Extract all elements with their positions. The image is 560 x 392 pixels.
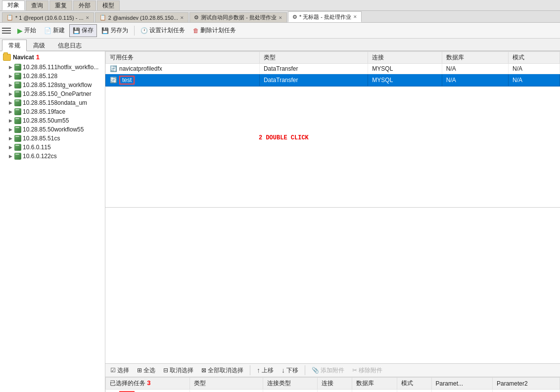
arrow-up-icon: ↑ — [257, 366, 260, 374]
task-row-1[interactable]: 🔄 navicatprofiledfx DataTransfer MYSQL N… — [106, 64, 560, 74]
close-icon-3[interactable]: ✕ — [279, 15, 282, 20]
doc-tab-3[interactable]: ⚙ 测试自动同步数据 - 批处理作业 ✕ — [189, 12, 287, 22]
expand-arrow-9: ▶ — [8, 136, 13, 141]
tab-model[interactable]: 模型 — [97, 0, 120, 10]
schedule-button[interactable]: 🕐 设置计划任务 — [137, 24, 188, 37]
expand-arrow-2: ▶ — [8, 74, 13, 79]
new-icon: 📄 — [44, 27, 51, 34]
select-all-icon: ⊞ — [137, 367, 142, 374]
deselect-icon: ⊟ — [163, 367, 168, 374]
db-icon-2 — [14, 73, 21, 80]
col-type: 类型 — [259, 52, 368, 64]
start-button[interactable]: ▶ 开始 — [14, 24, 40, 37]
selected-tasks-container: 已选择的任务 3 类型 连接类型 连接 数据库 模式 Paramet... Pa… — [105, 377, 560, 392]
add-attachment-icon: 📎 — [312, 367, 319, 374]
deselect-btn[interactable]: ⊟ 取消选择 — [160, 365, 196, 376]
tab-advanced[interactable]: 高级 — [27, 40, 51, 50]
save-as-icon: 💾 — [101, 27, 109, 34]
db-icon-11 — [14, 153, 21, 160]
remove-attachment-icon: ✂ — [352, 367, 357, 374]
expand-arrow-4: ▶ — [8, 91, 13, 96]
sel-col-task: 已选择的任务 3 — [106, 378, 190, 390]
tree-item-5[interactable]: ▶ 10.28.85.158ondata_um — [0, 98, 105, 107]
sel-col-conn-type: 连接类型 — [263, 378, 318, 390]
tree-item-6[interactable]: ▶ 10.28.85.19face — [0, 107, 105, 116]
tree-item-8[interactable]: ▶ 10.28.85.50workflow55 — [0, 125, 105, 134]
new-button[interactable]: 📄 新建 — [41, 24, 68, 37]
tree-item-7[interactable]: ▶ 10.28.85.50um55 — [0, 116, 105, 125]
arrow-down-icon: ↓ — [281, 366, 285, 374]
selected-task-row-1[interactable]: 🔄 test DataTransfer MYSQL N/A N/A N/A — [106, 390, 560, 392]
expand-arrow-10: ▶ — [8, 145, 13, 150]
tab-query[interactable]: 查询 — [26, 0, 48, 10]
move-up-btn[interactable]: ↑ 上移 — [254, 365, 277, 376]
sel-col-conn: 连接 — [318, 378, 352, 390]
tab-external[interactable]: 外部 — [73, 0, 96, 10]
db-icon-3 — [14, 82, 21, 88]
tree-item-1[interactable]: ▶ 10.28.85.111hotfix_workflo... — [0, 63, 105, 72]
db-icon-4 — [14, 90, 21, 97]
col-database: 数据库 — [442, 52, 508, 64]
tab-log[interactable]: 信息日志 — [51, 40, 88, 50]
expand-arrow-3: ▶ — [8, 83, 13, 87]
tab-object[interactable]: 对象 — [2, 0, 25, 10]
db-icon-5 — [14, 99, 21, 106]
main-toolbar: ▶ 开始 📄 新建 💾 保存 💾 另存为 🕐 设置计划任务 🗑 删除计划任务 — [0, 23, 560, 39]
play-icon: ▶ — [17, 27, 23, 35]
sub-tab-bar: 常规 高级 信息日志 — [0, 39, 560, 51]
main-content: Navicat 1 ▶ 10.28.85.111hotfix_workflo..… — [0, 51, 560, 392]
right-panel: 可用任务 类型 连接 数据库 模式 🔄 navicat — [105, 51, 560, 392]
tree-item-4[interactable]: ▶ 10.28.85.150_OnePartner — [0, 89, 105, 98]
menu-button[interactable] — [2, 27, 11, 34]
delete-schedule-button[interactable]: 🗑 删除计划任务 — [189, 24, 239, 37]
tree-item-2[interactable]: ▶ 10.28.85.128 — [0, 72, 105, 81]
db-icon-9 — [14, 135, 21, 142]
tab-duplicate[interactable]: 重复 — [49, 0, 72, 10]
close-icon-4[interactable]: ✕ — [353, 14, 357, 19]
col-schema: 模式 — [509, 52, 560, 64]
available-tasks-table: 可用任务 类型 连接 数据库 模式 🔄 navicat — [105, 51, 560, 87]
tree-item-10[interactable]: ▶ 10.6.0.115 — [0, 143, 105, 152]
checkbox-icon: ☑ — [110, 367, 116, 374]
remove-attachment-btn[interactable]: ✂ 移除附件 — [349, 365, 385, 376]
doc-tab-4[interactable]: ⚙ * 无标题 - 批处理作业 ✕ — [288, 11, 362, 22]
move-down-btn[interactable]: ↓ 下移 — [279, 365, 301, 376]
doc-tab-2[interactable]: 📋 2 @amisdev (10.28.85.150... ✕ — [95, 12, 188, 22]
expand-arrow-8: ▶ — [8, 127, 13, 132]
add-attachment-btn[interactable]: 📎 添加附件 — [309, 365, 347, 376]
save-button[interactable]: 💾 保存 — [69, 24, 97, 37]
right-panel-wrapper: 2 DOUBLE CLICK 可用任务 类型 连接 数据库 模式 — [105, 51, 560, 392]
delete-icon: 🗑 — [193, 27, 199, 34]
task-icon-2: 🔄 — [110, 77, 117, 84]
sel-col-schema: 模式 — [397, 378, 431, 390]
sel-col-param2: Parameter2 — [493, 378, 560, 390]
sel-col-param1: Paramet... — [431, 378, 492, 390]
db-icon-8 — [14, 126, 21, 133]
doc-tab-1[interactable]: 📋 * 1 @report (10.6.0.115) - ... ✕ — [2, 12, 94, 22]
sel-col-type: 类型 — [189, 378, 263, 390]
sel-col-db: 数据库 — [352, 378, 397, 390]
clock-icon: 🕐 — [140, 27, 148, 34]
task-row-2[interactable]: 🔄 test DataTransfer MYSQL N/A N/A — [106, 74, 560, 87]
tree-item-11[interactable]: ▶ 10.6.0.122cs — [0, 152, 105, 161]
db-icon-1 — [14, 64, 21, 71]
expand-arrow-5: ▶ — [8, 100, 13, 105]
tree-item-9[interactable]: ▶ 10.28.85.51cs — [0, 134, 105, 143]
select-btn[interactable]: ☑ 选择 — [107, 365, 132, 376]
tab-normal[interactable]: 常规 — [2, 40, 27, 51]
deselect-all-icon: ⊠ — [201, 367, 206, 374]
expand-arrow-1: ▶ — [8, 65, 13, 70]
folder-icon — [3, 54, 11, 61]
bottom-toolbar: ☑ 选择 ⊞ 全选 ⊟ 取消选择 ⊠ 全部取消选择 ↑ 上 — [105, 363, 560, 377]
tree-root[interactable]: Navicat 1 — [0, 51, 105, 63]
close-icon-2[interactable]: ✕ — [180, 15, 184, 20]
tree-item-3[interactable]: ▶ 10.28.85.128stg_workflow — [0, 81, 105, 89]
close-icon-1[interactable]: ✕ — [86, 15, 90, 20]
save-as-button[interactable]: 💾 另存为 — [98, 24, 132, 37]
deselect-all-btn[interactable]: ⊠ 全部取消选择 — [198, 365, 246, 376]
db-icon-10 — [14, 144, 21, 151]
col-connection: 连接 — [368, 52, 442, 64]
select-all-btn[interactable]: ⊞ 全选 — [134, 365, 158, 376]
selected-tasks-table: 已选择的任务 3 类型 连接类型 连接 数据库 模式 Paramet... Pa… — [105, 377, 560, 392]
db-icon-7 — [14, 117, 21, 124]
